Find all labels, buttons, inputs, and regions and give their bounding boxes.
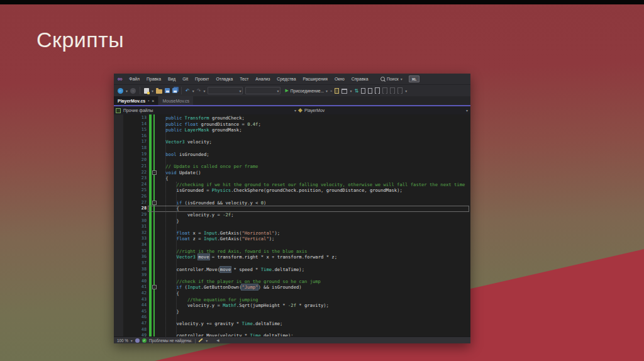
pen-caret-icon[interactable]: ▾ bbox=[206, 338, 208, 343]
clear-bookmarks-icon[interactable] bbox=[397, 87, 402, 94]
menu-item-7[interactable]: Тест bbox=[236, 77, 252, 81]
new-item-caret-icon[interactable]: ▾ bbox=[152, 89, 153, 93]
open-folder-icon[interactable] bbox=[156, 89, 162, 94]
pin-icon[interactable]: • bbox=[148, 99, 149, 103]
attach-run-button[interactable]: ▶ Присоединение... ▾ bbox=[285, 88, 328, 93]
line-number: 13 bbox=[114, 115, 147, 121]
zoom-level[interactable]: 100 % bbox=[117, 338, 128, 343]
save-icon[interactable] bbox=[165, 88, 170, 93]
problems-status[interactable]: Проблемы не найдены. bbox=[149, 338, 192, 343]
properties-window-icon[interactable] bbox=[341, 89, 347, 94]
dropdown-caret-icon: ▾ bbox=[277, 89, 279, 93]
top-letterbox-bar bbox=[0, 0, 644, 4]
line-number: 37 bbox=[114, 260, 147, 267]
bookmark-icon[interactable] bbox=[375, 87, 380, 94]
search-label: Поиск bbox=[387, 77, 399, 81]
previous-bookmark-icon[interactable] bbox=[382, 87, 387, 94]
menu-item-9[interactable]: Средства bbox=[274, 77, 299, 81]
toolbar-chevron-icon[interactable]: » bbox=[330, 89, 332, 92]
line-number: 23 bbox=[114, 175, 147, 182]
menu-item-1[interactable]: Файл bbox=[126, 77, 143, 81]
account-badge[interactable]: XL bbox=[409, 75, 420, 82]
pen-mode-icon[interactable] bbox=[199, 338, 203, 343]
redo-caret-icon[interactable]: ▾ bbox=[203, 89, 205, 93]
tab-label: PlayerMov.cs bbox=[118, 99, 145, 103]
next-bookmark-icon[interactable] bbox=[390, 87, 395, 94]
code-line-30: } bbox=[177, 218, 179, 225]
type-dropdown[interactable]: ▾ PlayerMov bbox=[294, 108, 325, 113]
project-dropdown[interactable]: Прочие файлы bbox=[123, 108, 153, 113]
menu-item-3[interactable]: Вид bbox=[165, 77, 179, 81]
menu-item-8[interactable]: Анализ bbox=[252, 77, 274, 81]
code-line-21: // Update is called once per frame bbox=[165, 164, 258, 170]
line-number: 35 bbox=[114, 248, 147, 255]
code-line-17: Vector3 velocity; bbox=[165, 139, 212, 145]
code-line-14: public float groundDistance = 0.4f; bbox=[165, 121, 260, 128]
line-number: 28 bbox=[114, 206, 147, 212]
menu-item-6[interactable]: Отладка bbox=[213, 77, 236, 81]
member-dropdown-caret-icon[interactable]: ▾ bbox=[466, 108, 468, 113]
line-number: 36 bbox=[114, 254, 147, 260]
line-number: 32 bbox=[114, 230, 147, 236]
scroll-left-icon[interactable]: ◀ bbox=[216, 338, 219, 342]
toolbar-overflow-caret-icon[interactable]: ▾ bbox=[405, 89, 407, 93]
line-number: 41 bbox=[114, 284, 147, 291]
health-check-icon: ✓ bbox=[142, 338, 147, 343]
line-number: 27 bbox=[114, 200, 147, 206]
code-line-42: { bbox=[177, 291, 179, 297]
line-number: 43 bbox=[114, 297, 147, 303]
tab-playermov[interactable]: PlayerMov.cs • × bbox=[114, 96, 158, 105]
menu-item-11[interactable]: Окно bbox=[331, 77, 348, 81]
tab-label: MouseMov.cs bbox=[162, 99, 189, 103]
project-icon bbox=[116, 108, 121, 113]
code-line-29: velocity.y = -2f; bbox=[187, 212, 234, 218]
solution-configurations-dropdown[interactable]: ▾ bbox=[208, 87, 243, 94]
line-number: 45 bbox=[114, 309, 147, 315]
line-number: 19 bbox=[114, 152, 147, 158]
sync-icon[interactable]: ⇅ bbox=[354, 88, 358, 94]
menu-item-10[interactable]: Расширения bbox=[299, 77, 331, 81]
close-icon[interactable]: × bbox=[152, 99, 154, 103]
navigate-file-icon[interactable] bbox=[361, 88, 365, 94]
undo-caret-icon[interactable]: ▾ bbox=[192, 89, 194, 93]
window-caret-icon[interactable]: ▾ bbox=[350, 89, 352, 93]
navigate-back-caret-icon[interactable]: ▾ bbox=[126, 89, 128, 93]
search-control[interactable]: Поиск ▾ bbox=[380, 77, 402, 81]
menu-item-2[interactable]: Правка bbox=[143, 77, 165, 81]
navigate-back-icon[interactable]: ← bbox=[118, 88, 123, 94]
fold-collapse-icon[interactable]: − bbox=[152, 170, 157, 175]
line-number: 38 bbox=[114, 267, 147, 273]
code-line-32: float x = Input.GetAxis("Horizontal"); bbox=[177, 230, 280, 236]
visual-studio-logo-icon: ∞ bbox=[118, 75, 123, 82]
search-icon bbox=[380, 77, 385, 81]
line-number: 15 bbox=[114, 127, 147, 133]
solution-explorer-icon[interactable] bbox=[335, 88, 339, 94]
fold-collapse-icon[interactable]: − bbox=[152, 285, 157, 289]
solution-platforms-dropdown[interactable]: ▾ bbox=[245, 87, 280, 94]
save-all-icon[interactable] bbox=[172, 88, 177, 93]
feedback-icon[interactable] bbox=[135, 338, 140, 343]
search-caret-icon: ▾ bbox=[401, 77, 402, 81]
code-line-27: if (isGrounded && velocity.y < 0) bbox=[177, 200, 267, 206]
visual-studio-window: ∞ ФайлПравкаВидGitПроектОтладкаТестАнали… bbox=[114, 74, 470, 343]
undo-icon[interactable]: ↶ bbox=[186, 88, 190, 94]
tab-mousemov[interactable]: MouseMov.cs bbox=[158, 96, 193, 105]
attach-run-label: Присоединение... bbox=[291, 89, 324, 93]
fold-collapse-icon[interactable]: − bbox=[152, 201, 157, 205]
redo-icon[interactable]: ↷ bbox=[197, 88, 201, 94]
code-line-24: //checking if we hit the ground to reset… bbox=[177, 182, 465, 188]
zoom-caret-icon[interactable]: ▾ bbox=[131, 338, 133, 343]
code-line-19: bool isGrounded; bbox=[165, 152, 209, 158]
code-line-25: isGrounded = Physics.CheckSphere(groundC… bbox=[177, 187, 402, 194]
navigate-forward-icon[interactable]: → bbox=[130, 88, 136, 94]
code-editor[interactable]: −−− 131415161718192021222324252627282930… bbox=[114, 114, 470, 336]
menu-item-12[interactable]: Справка bbox=[348, 77, 372, 81]
menu-items: ФайлПравкаВидGitПроектОтладкаТестАнализС… bbox=[126, 74, 372, 84]
line-number: 17 bbox=[114, 139, 147, 145]
menu-item-5[interactable]: Проект bbox=[192, 77, 213, 81]
new-item-icon[interactable] bbox=[144, 88, 149, 94]
play-icon: ▶ bbox=[285, 88, 288, 93]
line-number: 42 bbox=[114, 291, 147, 297]
menu-item-4[interactable]: Git bbox=[179, 77, 192, 81]
navigate-file-2-icon[interactable] bbox=[368, 88, 372, 94]
